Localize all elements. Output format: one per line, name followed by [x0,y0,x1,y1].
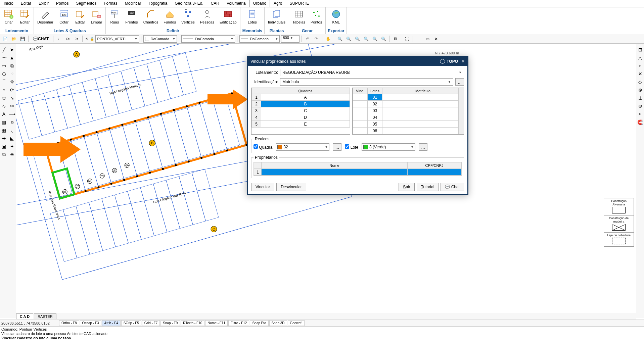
zoom-in-icon[interactable]: 🔍 [336,35,343,43]
text-icon[interactable]: A [1,111,7,117]
maximize-icon[interactable]: ▭ [424,35,431,43]
dacamada-select-1[interactable]: DaCamada▼ [143,35,177,43]
ribbon-tab[interactable]: CAR [207,0,223,7]
lote-more-button[interactable]: ... [419,143,427,151]
kml-button[interactable]: KML [329,8,343,25]
line-icon[interactable]: ╱ [1,46,7,53]
rect-icon[interactable]: ▭ [1,62,7,69]
rotate-icon[interactable]: ⟳ [9,87,15,93]
snap-quadrant-icon[interactable]: ◇ [637,79,644,85]
crop-icon[interactable]: ⧉ [1,151,7,158]
pessoas-button[interactable]: Pessoas [199,8,216,25]
break-icon[interactable]: ⎋ [9,119,15,126]
desvincular-button[interactable]: Desvincular [276,183,306,191]
magnet-icon[interactable]: 🧲 [637,119,644,126]
minimize-icon[interactable]: — [415,35,422,43]
ribbon-tab[interactable]: Início [0,0,17,7]
screen-icon[interactable]: 🖥 [392,35,399,43]
chanfros-button[interactable]: Chanfros [142,8,160,25]
snap-toggle[interactable]: SGrip - F5 [121,320,141,326]
mirror-icon[interactable]: ▲ [9,54,15,61]
chat-button[interactable]: 💬 Chat [441,183,464,191]
command-line[interactable]: Comando: Pontuar Vértices Vincular cadas… [0,326,644,339]
new-file-icon[interactable]: 📄 [1,35,9,43]
join-icon[interactable]: ⊕ [9,151,15,158]
ribbon-tab[interactable]: Pontos [52,0,72,7]
ribbon-tab-active[interactable]: Urbano [249,0,270,7]
lote-checkbox[interactable]: Lote [345,144,358,150]
extend-icon[interactable]: ⟶ [9,111,15,117]
ribbon-tab[interactable]: Topografia [145,0,171,7]
lote-color-select[interactable]: 3 (Verde)▼ [362,143,415,151]
snap-toggle[interactable]: Snap Pto [250,320,268,326]
scrollbar[interactable] [458,88,464,134]
move-icon[interactable]: ✥ [9,79,15,85]
zoom-out-icon[interactable]: 🔍 [345,35,352,43]
dialog-close-icon[interactable]: ✕ [461,59,465,64]
redo-icon[interactable]: ↷ [313,35,320,43]
desenhar-button[interactable]: Desenhar [36,8,55,25]
ribbon-tab[interactable]: SUPORTE [286,0,313,7]
ribbon-tab[interactable]: Exibir [35,0,52,7]
identificacao-more-button[interactable]: ... [455,78,464,86]
dimension-icon[interactable]: ⬌ [1,135,7,142]
chat-button[interactable]: 💬 CHAT [31,35,51,43]
ellipse-icon[interactable]: ⬭ [1,95,7,101]
snap-toggle[interactable]: Snap 3D [269,320,287,326]
pontos-button[interactable]: Pontos [309,8,323,25]
zoom-window-icon[interactable]: 🔍 [354,35,361,43]
sair-button[interactable]: Sair [399,183,414,191]
ribbon-tab[interactable]: Agro [270,0,286,7]
proprietarios-grid[interactable]: NomeCPF/CNPJ 1 [254,162,462,176]
snap-toggle-active[interactable]: Atrib - F4 [102,320,121,326]
snap-node-icon[interactable]: ✕ [637,70,644,77]
snap-toggle[interactable]: Filtro - F12 [228,320,249,326]
loteamento-select[interactable]: REGULARIZAÇÃO URBANA REURB▼ [280,69,464,76]
spline-icon[interactable]: ∿ [1,103,7,109]
array-icon[interactable]: ⁘ [9,70,15,77]
explode-icon[interactable]: ✦ [9,143,15,150]
quadra-checkbox[interactable]: Quadra [254,144,272,150]
tutorial-button[interactable]: Tutorial [417,183,439,191]
scale-icon[interactable]: ⤡ [9,95,15,101]
pan-icon[interactable]: ✋ [324,35,332,43]
undo-icon[interactable]: ↶ [304,35,311,43]
vincular-button[interactable]: Vincular [251,183,274,191]
snap-toggle[interactable]: Nome - F11 [205,320,228,326]
snap-toggle[interactable]: Snap - F9 [160,320,180,326]
individuais-button[interactable]: Individuais [267,8,287,25]
select-icon[interactable]: ➤ [9,46,15,53]
fullscreen-icon[interactable]: ⛶ [403,35,411,43]
fundos-button[interactable]: Fundos [162,8,177,25]
offset-icon[interactable]: ⧉ [9,62,15,69]
circle-icon[interactable]: ○ [1,87,7,93]
ribbon-tab[interactable]: Editar [17,0,35,7]
ribbon-tab[interactable]: Formas [100,0,121,7]
fillet-icon[interactable]: ◟ [9,127,15,134]
snap-perp-icon[interactable]: ⊥ [637,95,644,101]
zoom-realtime-icon[interactable]: 🔍 [380,35,387,43]
layer-select[interactable]: PONTOS_VERTI▼ [95,35,139,43]
snap-toggle[interactable]: Georref. [288,320,305,326]
sun-icon[interactable]: ☀ [85,35,89,43]
hatch-icon[interactable]: ▨ [1,119,7,126]
open-file-icon[interactable]: 📂 [10,35,17,43]
snap-end-icon[interactable]: ⊡ [637,46,644,53]
snap-toggle[interactable]: RTexto - F10 [181,320,204,326]
quadras-grid[interactable]: Quadras 1A 2B 3C 4D 5E [251,88,350,135]
region-icon[interactable]: ▣ [1,143,7,150]
ribbon-tab[interactable]: Modificar [121,0,145,7]
limpar-button[interactable]: Limpar [90,8,104,25]
vertices-button[interactable]: AVértices [180,8,196,25]
snap-intersect-icon[interactable]: ⊗ [637,87,644,93]
lotes-grid[interactable]: Vinc.LotesMatrícula 01 02 03 04 05 06 [352,88,464,135]
snap-mid-icon[interactable]: △ [637,54,644,61]
save-file-icon[interactable]: 💾 [19,35,26,43]
dialog-title-bar[interactable]: Vincular proprietários aos lotes TOPO ✕ [248,57,467,66]
layers-icon[interactable]: 🗂 [73,35,80,43]
editar-loteamento-button[interactable]: Editar [18,8,32,25]
polyline-icon[interactable]: 〰 [1,54,7,61]
cotar-button[interactable]: 123Cotar [57,8,71,25]
quadra-more-button[interactable]: ... [333,143,341,151]
ribbon-tab[interactable]: Volumetria [223,0,249,7]
